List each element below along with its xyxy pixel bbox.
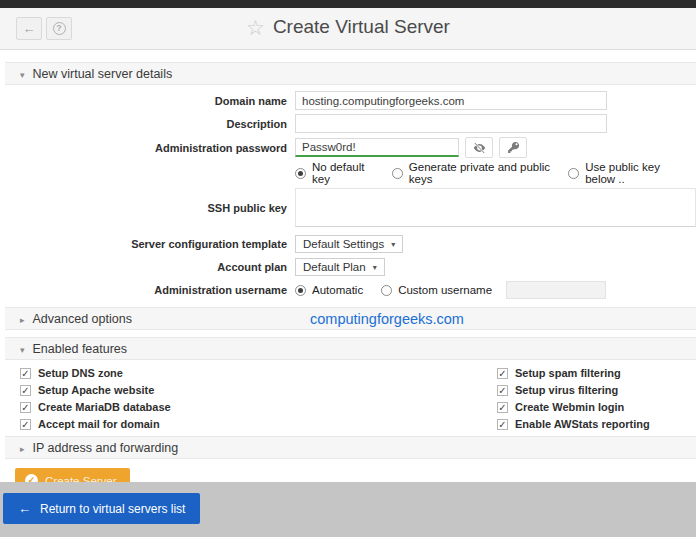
feature-label: Enable AWStats reporting xyxy=(515,418,650,430)
generate-password-button[interactable] xyxy=(499,137,527,158)
config-template-row: Server configuration template Default Se… xyxy=(5,235,696,253)
section-label: IP address and forwarding xyxy=(33,441,179,455)
feature-label: Setup spam filtering xyxy=(515,367,621,379)
collapse-open-icon: ▾ xyxy=(20,64,25,86)
account-plan-label: Account plan xyxy=(5,261,295,273)
section-label: Enabled features xyxy=(33,342,128,356)
page-footer: ← Return to virtual servers list xyxy=(0,482,696,537)
watermark-link[interactable]: computingforgeeks.com xyxy=(310,308,464,331)
admin-password-label: Administration password xyxy=(5,142,295,154)
favorite-star-icon[interactable]: ☆ xyxy=(246,16,265,39)
section-enabled-features[interactable]: ▾Enabled features xyxy=(5,337,696,360)
return-button-label: Return to virtual servers list xyxy=(40,502,185,516)
feature-accept-mail-for-domain[interactable]: ✓ Accept mail for domain xyxy=(20,418,497,430)
key-icon xyxy=(507,141,520,154)
feature-create-mariadb-database[interactable]: ✓ Create MariaDB database xyxy=(20,401,497,413)
radio-use-public-key[interactable] xyxy=(568,168,579,179)
eye-off-icon xyxy=(472,142,487,154)
feature-setup-dns-zone[interactable]: ✓ Setup DNS zone xyxy=(20,367,497,379)
default-key-row: No default key Generate private and publ… xyxy=(5,161,696,185)
features-grid: ✓ Setup DNS zone ✓ Setup Apache website … xyxy=(5,360,696,436)
toggle-password-visibility-button[interactable] xyxy=(465,137,493,158)
feature-setup-spam-filtering[interactable]: ✓ Setup spam filtering xyxy=(497,367,650,379)
radio-no-default-key[interactable] xyxy=(295,168,306,179)
gap xyxy=(5,330,696,337)
checkbox-checked-icon[interactable]: ✓ xyxy=(20,368,31,379)
feature-label: Setup Apache website xyxy=(38,384,154,396)
collapse-open-icon: ▾ xyxy=(20,339,25,361)
features-column-right: ✓ Setup spam filtering ✓ Setup virus fil… xyxy=(497,367,650,430)
domain-name-input[interactable] xyxy=(295,91,607,110)
page-title-wrap: ☆Create Virtual Server xyxy=(0,16,696,40)
domain-name-row: Domain name xyxy=(5,91,696,110)
radio-username-custom-label[interactable]: Custom username xyxy=(398,284,492,296)
chevron-down-icon: ▾ xyxy=(391,240,395,249)
feature-setup-apache-website[interactable]: ✓ Setup Apache website xyxy=(20,384,497,396)
section-label: Advanced options xyxy=(33,312,132,326)
radio-username-custom[interactable] xyxy=(381,285,392,296)
config-template-select[interactable]: Default Settings ▾ xyxy=(295,235,403,253)
ssh-public-key-label: SSH public key xyxy=(5,202,295,214)
radio-generate-keys[interactable] xyxy=(392,168,403,179)
admin-password-row: Administration password xyxy=(5,137,696,158)
checkbox-checked-icon[interactable]: ✓ xyxy=(497,419,508,430)
features-column-left: ✓ Setup DNS zone ✓ Setup Apache website … xyxy=(20,367,497,430)
section-label: New virtual server details xyxy=(33,67,173,81)
domain-name-label: Domain name xyxy=(5,95,295,107)
feature-label: Setup DNS zone xyxy=(38,367,123,379)
radio-generate-keys-label[interactable]: Generate private and public keys xyxy=(409,161,550,185)
checkbox-checked-icon[interactable]: ✓ xyxy=(497,385,508,396)
page-header: ← ? ☆Create Virtual Server xyxy=(0,8,696,50)
create-server-form: Domain name Description Administration p… xyxy=(5,85,696,299)
radio-username-automatic[interactable] xyxy=(295,285,306,296)
description-input[interactable] xyxy=(295,114,607,133)
config-template-label: Server configuration template xyxy=(5,238,295,250)
account-plan-row: Account plan Default Plan ▾ xyxy=(5,258,696,276)
checkbox-checked-icon[interactable]: ✓ xyxy=(497,368,508,379)
chevron-down-icon: ▾ xyxy=(373,263,377,272)
section-new-virtual-server-details[interactable]: ▾New virtual server details xyxy=(5,62,696,85)
feature-label: Create MariaDB database xyxy=(38,401,171,413)
window-top-bar xyxy=(0,0,696,8)
section-ip-address-forwarding[interactable]: ▸IP address and forwarding xyxy=(5,436,696,459)
main-content: ▾New virtual server details Domain name … xyxy=(0,50,696,503)
description-label: Description xyxy=(5,118,295,130)
return-to-servers-list-button[interactable]: ← Return to virtual servers list xyxy=(3,493,200,524)
content-spacer xyxy=(5,50,696,62)
collapse-closed-icon: ▸ xyxy=(20,438,25,460)
feature-label: Setup virus filtering xyxy=(515,384,618,396)
admin-username-row: Administration username Automatic Custom… xyxy=(5,281,696,299)
feature-create-webmin-login[interactable]: ✓ Create Webmin login xyxy=(497,401,650,413)
admin-password-input[interactable] xyxy=(295,138,459,157)
arrow-left-icon: ← xyxy=(18,501,31,516)
ssh-public-key-row: SSH public key xyxy=(5,188,696,227)
account-plan-select[interactable]: Default Plan ▾ xyxy=(295,258,385,276)
account-plan-value: Default Plan xyxy=(303,261,366,273)
config-template-value: Default Settings xyxy=(303,238,384,250)
radio-use-public-key-label[interactable]: Use public key below .. xyxy=(585,161,684,185)
feature-label: Create Webmin login xyxy=(515,401,624,413)
checkbox-checked-icon[interactable]: ✓ xyxy=(20,402,31,413)
checkbox-checked-icon[interactable]: ✓ xyxy=(20,385,31,396)
checkbox-checked-icon[interactable]: ✓ xyxy=(20,419,31,430)
section-advanced-options[interactable]: ▸Advanced options computingforgeeks.com xyxy=(5,307,696,330)
radio-no-default-key-label[interactable]: No default key xyxy=(312,161,374,185)
description-row: Description xyxy=(5,114,696,133)
feature-label: Accept mail for domain xyxy=(38,418,160,430)
feature-enable-awstats-reporting[interactable]: ✓ Enable AWStats reporting xyxy=(497,418,650,430)
custom-username-input[interactable] xyxy=(506,281,606,299)
page-title: Create Virtual Server xyxy=(273,16,450,37)
feature-setup-virus-filtering[interactable]: ✓ Setup virus filtering xyxy=(497,384,650,396)
admin-username-label: Administration username xyxy=(5,284,295,296)
checkbox-checked-icon[interactable]: ✓ xyxy=(497,402,508,413)
radio-username-automatic-label[interactable]: Automatic xyxy=(312,284,363,296)
collapse-closed-icon: ▸ xyxy=(20,309,25,331)
ssh-public-key-textarea[interactable] xyxy=(295,188,696,227)
